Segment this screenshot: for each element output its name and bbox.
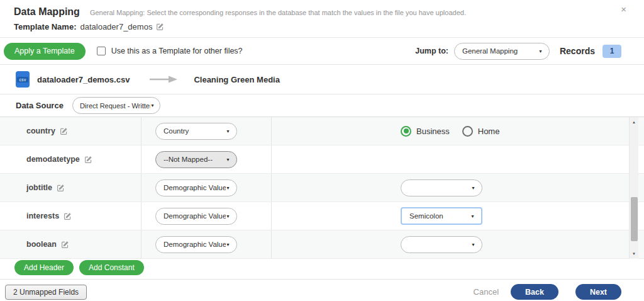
radio-unselected-icon[interactable] bbox=[462, 126, 473, 137]
mapping-select-demodatetype[interactable]: --Not Mapped-- ▼ bbox=[155, 151, 237, 168]
radio-option-business[interactable]: Business bbox=[401, 126, 450, 137]
scroll-down-icon[interactable]: ▼ bbox=[630, 252, 638, 256]
toolbar: Apply a Template Use this as a Template … bbox=[0, 38, 644, 65]
cancel-link[interactable]: Cancel bbox=[474, 287, 499, 297]
edit-template-name-icon[interactable] bbox=[156, 23, 164, 31]
data-source-row: Data Source Direct Request - Writter ▼ bbox=[0, 94, 644, 117]
scroll-up-icon[interactable]: ▲ bbox=[630, 120, 638, 124]
table-row-country: country Country ▼ Business Home bbox=[0, 117, 644, 145]
data-mapping-dialog: Data Mapping General Mapping: Select the… bbox=[0, 0, 644, 301]
apply-template-button[interactable]: Apply a Template bbox=[4, 43, 86, 60]
table-row-jobtitle: jobtitle Demographic Value ▼ ▼ bbox=[0, 174, 644, 202]
scrollbar-thumb[interactable] bbox=[631, 197, 638, 241]
jump-to-select[interactable]: General Mapping ▼ bbox=[454, 43, 550, 60]
edit-field-icon[interactable] bbox=[61, 241, 69, 249]
chevron-down-icon: ▼ bbox=[226, 157, 230, 162]
dialog-footer: 2 Unmapped Fields Cancel Back Next bbox=[0, 280, 644, 300]
chevron-down-icon: ▼ bbox=[226, 242, 230, 247]
chevron-down-icon: ▼ bbox=[150, 103, 155, 108]
mapping-table: country Country ▼ Business Home bbox=[0, 117, 644, 259]
jump-to-label: Jump to: bbox=[415, 47, 448, 55]
radio-selected-icon[interactable] bbox=[401, 126, 411, 137]
chevron-down-icon: ▼ bbox=[470, 214, 475, 219]
add-constant-button[interactable]: Add Constant bbox=[79, 260, 144, 275]
mapping-arrow-icon bbox=[150, 76, 177, 83]
field-name: country bbox=[26, 127, 55, 135]
value-select-interests[interactable]: Semicolon ▼ bbox=[401, 207, 482, 225]
use-as-template-label: Use this as a Template for other files? bbox=[111, 47, 243, 55]
chevron-down-icon: ▼ bbox=[471, 186, 475, 190]
unmapped-fields-button[interactable]: 2 Unmapped Fields bbox=[5, 285, 87, 300]
value-select-boolean[interactable]: ▼ bbox=[401, 236, 482, 253]
chevron-down-icon: ▼ bbox=[226, 214, 230, 219]
edit-field-icon[interactable] bbox=[84, 156, 92, 164]
edit-field-icon[interactable] bbox=[64, 212, 72, 220]
chevron-down-icon: ▼ bbox=[538, 49, 543, 54]
mapping-select-boolean[interactable]: Demographic Value ▼ bbox=[155, 236, 237, 253]
table-row-interests: interests Demographic Value ▼ Semicolon … bbox=[0, 202, 644, 230]
chevron-down-icon: ▼ bbox=[471, 242, 475, 247]
edit-field-icon[interactable] bbox=[57, 184, 65, 192]
field-name: interests bbox=[26, 212, 59, 220]
value-select-jobtitle[interactable]: ▼ bbox=[401, 179, 482, 196]
file-mapping-row: csv dataloader7_demos.csv Cleaning Green… bbox=[0, 65, 644, 94]
page-title: Data Mapping bbox=[14, 6, 80, 18]
records-count-badge[interactable]: 1 bbox=[602, 45, 621, 58]
table-row-boolean: boolean Demographic Value ▼ ▼ bbox=[0, 230, 644, 259]
chevron-down-icon: ▼ bbox=[226, 186, 230, 190]
data-source-label: Data Source bbox=[16, 101, 64, 110]
table-scrollbar[interactable]: ▲ ▼ bbox=[629, 117, 638, 259]
field-name: boolean bbox=[26, 240, 57, 249]
country-type-radio-group: Business Home bbox=[401, 126, 499, 137]
add-header-button[interactable]: Add Header bbox=[14, 260, 74, 275]
radio-option-home[interactable]: Home bbox=[462, 126, 500, 137]
template-name-label: Template Name: bbox=[14, 22, 76, 31]
data-source-select[interactable]: Direct Request - Writter ▼ bbox=[72, 97, 160, 114]
target-database-name: Cleaning Green Media bbox=[194, 75, 280, 84]
use-as-template-checkbox[interactable] bbox=[97, 47, 106, 55]
next-button[interactable]: Next bbox=[575, 284, 621, 300]
mapping-select-interests[interactable]: Demographic Value ▼ bbox=[155, 208, 237, 225]
template-name-value: dataloader7_demos bbox=[80, 22, 152, 31]
page-subtitle: General Mapping: Select the correspondin… bbox=[90, 9, 466, 16]
chevron-down-icon: ▼ bbox=[226, 129, 230, 133]
csv-file-icon: csv bbox=[16, 71, 30, 88]
back-button[interactable]: Back bbox=[511, 284, 558, 300]
dialog-header: Data Mapping General Mapping: Select the… bbox=[0, 0, 644, 38]
source-file-name: dataloader7_demos.csv bbox=[37, 75, 130, 84]
field-name: jobtitle bbox=[26, 183, 52, 192]
table-row-demodatetype: demodatetype --Not Mapped-- ▼ bbox=[0, 145, 644, 174]
close-icon[interactable]: × bbox=[621, 4, 626, 14]
edit-field-icon[interactable] bbox=[60, 127, 68, 135]
mapping-select-jobtitle[interactable]: Demographic Value ▼ bbox=[155, 179, 237, 196]
records-label: Records bbox=[560, 46, 595, 56]
field-name: demodatetype bbox=[26, 155, 80, 164]
table-actions-row: Add Header Add Constant bbox=[0, 259, 644, 280]
mapping-select-country[interactable]: Country ▼ bbox=[155, 123, 237, 140]
